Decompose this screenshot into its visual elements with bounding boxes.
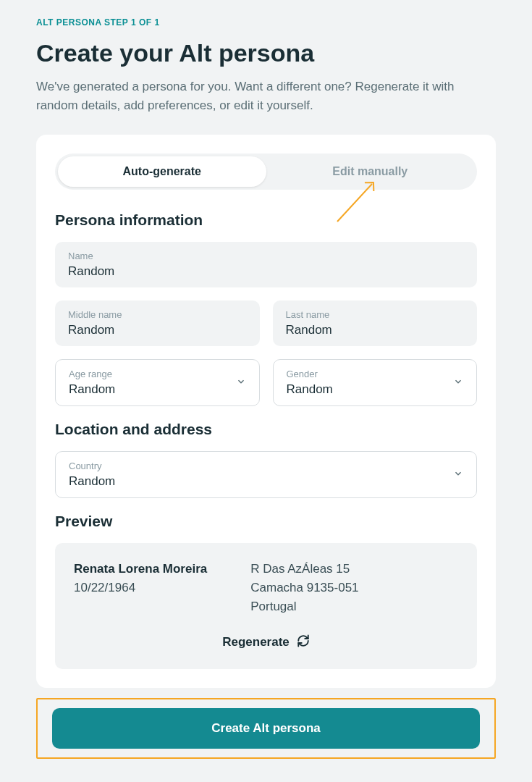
page-title: Create your Alt persona — [36, 39, 496, 67]
preview-box: Renata Lorena Moreira 10/22/1964 R Das A… — [55, 543, 477, 669]
name-value: Random — [68, 264, 464, 279]
refresh-icon — [297, 634, 310, 650]
last-name-field[interactable]: Last name Random — [273, 300, 478, 346]
gender-select[interactable]: Gender Random — [273, 359, 478, 406]
country-value: Random — [69, 474, 463, 489]
age-range-select[interactable]: Age range Random — [55, 359, 260, 406]
gender-label: Gender — [287, 369, 464, 379]
regenerate-label: Regenerate — [222, 635, 290, 649]
page-subtitle: We've generated a persona for you. Want … — [36, 77, 496, 114]
preview-dob: 10/22/1964 — [74, 581, 207, 595]
tab-edit-manually[interactable]: Edit manually — [266, 156, 475, 187]
preview-address-country: Portugal — [250, 600, 358, 614]
last-name-value: Random — [286, 323, 465, 337]
regenerate-button[interactable]: Regenerate — [74, 634, 458, 650]
middle-name-value: Random — [68, 323, 247, 337]
name-field[interactable]: Name Random — [55, 242, 477, 287]
tab-switcher: Auto-generate Edit manually — [55, 154, 477, 190]
country-select[interactable]: Country Random — [55, 451, 477, 498]
section-persona-info: Persona information — [55, 211, 477, 229]
middle-name-label: Middle name — [68, 309, 247, 320]
chevron-down-icon — [453, 377, 463, 390]
tab-auto-generate[interactable]: Auto-generate — [58, 156, 266, 187]
name-label: Name — [68, 251, 464, 261]
preview-address-line2: Camacha 9135-051 — [250, 581, 358, 595]
gender-value: Random — [287, 382, 464, 397]
middle-name-field[interactable]: Middle name Random — [55, 300, 260, 346]
age-range-label: Age range — [69, 369, 246, 379]
create-alt-persona-button[interactable]: Create Alt persona — [52, 708, 480, 749]
age-range-value: Random — [69, 382, 246, 397]
country-label: Country — [69, 461, 463, 471]
chevron-down-icon — [453, 468, 463, 482]
preview-name: Renata Lorena Moreira — [74, 562, 207, 576]
preview-address-line1: R Das AzÁleas 15 — [250, 562, 358, 576]
step-label: ALT PERSONA STEP 1 OF 1 — [36, 17, 496, 28]
form-card: Auto-generate Edit manually Persona info… — [36, 135, 496, 688]
chevron-down-icon — [236, 377, 246, 390]
section-location: Location and address — [55, 421, 477, 438]
section-preview: Preview — [55, 513, 477, 530]
cta-highlight: Create Alt persona — [36, 698, 496, 759]
last-name-label: Last name — [286, 309, 465, 320]
